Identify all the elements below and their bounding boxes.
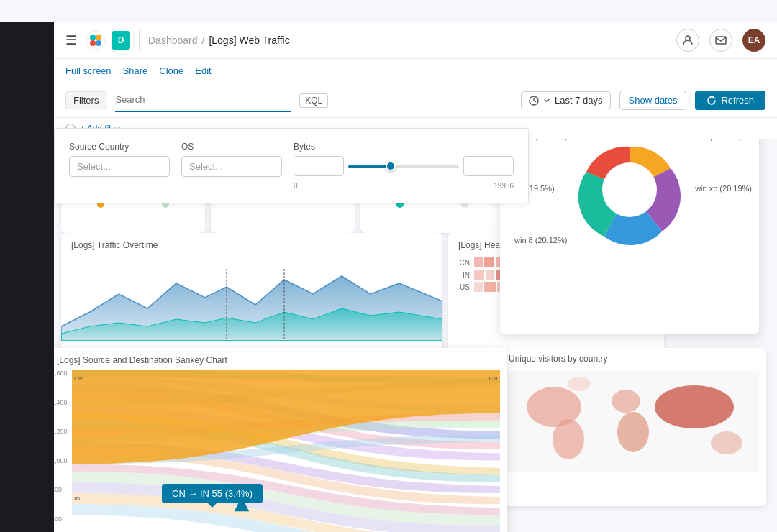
chevron-down-icon [543, 97, 550, 104]
search-input[interactable] [115, 89, 291, 112]
legend-win8: win 8 (20.12%) [514, 236, 567, 244]
range-labels: 0 19956 [294, 182, 514, 190]
bytes-range [294, 156, 514, 176]
os-label: OS [181, 142, 282, 152]
refresh-button[interactable]: Refresh [695, 91, 765, 110]
time-picker[interactable]: Last 7 days [521, 91, 611, 109]
dashboard-wrapper: ☰ D Dashboard / [Logs] Web Traffic [0, 0, 777, 532]
mail-icon [715, 35, 727, 46]
donut-area: win 7 (19.44%) ios (19.5%) win 8 (20.12%… [500, 139, 759, 269]
mail-icon-btn[interactable] [709, 29, 732, 52]
legend-winxp: win xp (20.19%) [695, 184, 752, 193]
filter-row: Source Country Select... OS Select... By… [69, 142, 514, 190]
svg-text:CN: CN [489, 375, 498, 382]
clock-icon [529, 96, 539, 106]
sankey-tooltip: CN → IN 55 (3.4%) [162, 484, 263, 503]
traffic-panel-title: [Logs] Traffic Overtime [61, 233, 442, 254]
refresh-label: Refresh [721, 95, 754, 106]
bytes-label: Bytes [294, 142, 514, 152]
topnav: ☰ D Dashboard / [Logs] Web Traffic [54, 22, 777, 59]
sankey-svg: CN IN US CN US [72, 370, 500, 532]
donut-labels-right: osx (20.74%) win xp (20.19%) [695, 139, 752, 193]
heatmap-cell [474, 257, 483, 267]
breadcrumb: Dashboard / [Logs] Web Traffic [148, 35, 676, 46]
y-label: 1,600 [54, 370, 68, 377]
heatmap-cell [484, 257, 494, 267]
svg-text:IN: IN [74, 495, 80, 502]
sankey-title: [Logs] Source and Destination Sankey Cha… [54, 348, 507, 370]
nav-divider [139, 29, 140, 51]
donut-svg [572, 139, 687, 247]
svg-rect-6 [716, 37, 726, 44]
kql-badge[interactable]: KQL [299, 93, 328, 108]
source-country-col: Source Country Select... [69, 142, 170, 177]
heatmap-label-cn: CN [455, 259, 470, 267]
svg-point-25 [617, 412, 649, 452]
heatmap-label-in: IN [455, 271, 470, 279]
svg-point-24 [612, 390, 640, 413]
y-label: 800 [54, 486, 68, 493]
show-dates-button[interactable]: Show dates [619, 91, 687, 110]
range-min-label: 0 [294, 182, 298, 190]
worldmap-svg [507, 371, 759, 472]
heatmap-label-us: US [455, 283, 470, 291]
breadcrumb-parent[interactable]: Dashboard [148, 35, 198, 46]
legend-osx: osx (20.74%) [695, 139, 752, 141]
worldmap-panel: Unique visitors by country [500, 348, 766, 506]
svg-point-23 [553, 419, 584, 459]
heatmap-cell [484, 282, 496, 292]
edit-link[interactable]: Edit [195, 65, 211, 76]
worldmap-content [500, 367, 766, 482]
sankey-y-labels: 1,600 1,400 1,200 1,000 800 600 400 200 … [54, 370, 68, 532]
source-country-label: Source Country [69, 142, 170, 152]
os-select[interactable]: Select... [181, 156, 282, 177]
app-badge[interactable]: D [112, 31, 130, 50]
clone-link[interactable]: Clone [159, 65, 183, 76]
heatmap-cell [474, 270, 484, 280]
bytes-col: Bytes 0 19956 [294, 142, 514, 190]
time-range-label: Last 7 days [555, 95, 603, 106]
sankey-panel: [Logs] Source and Destination Sankey Cha… [54, 348, 507, 532]
sankey-content: 1,600 1,400 1,200 1,000 800 600 400 200 … [54, 370, 507, 532]
fullscreen-link[interactable]: Full screen [65, 65, 112, 76]
svg-point-28 [568, 377, 591, 391]
hamburger-icon[interactable]: ☰ [65, 32, 77, 48]
source-country-select[interactable]: Select... [69, 156, 170, 177]
svg-point-0 [86, 31, 105, 50]
svg-point-26 [655, 385, 734, 428]
range-track [348, 165, 459, 168]
filters-label: Filters [65, 91, 106, 109]
traffic-panel: [Logs] Traffic Overtime [61, 233, 442, 355]
logo-icon [86, 30, 106, 50]
actionbar: Full screen Share Clone Edit [54, 59, 777, 83]
user-avatar[interactable]: EA [742, 29, 765, 52]
bytes-max-input[interactable] [463, 156, 514, 176]
y-label: 1,000 [54, 457, 68, 464]
refresh-icon [706, 96, 717, 106]
share-link[interactable]: Share [123, 65, 148, 76]
heatmap-cell [486, 270, 494, 280]
breadcrumb-sep: / [202, 35, 205, 46]
sidebar [0, 22, 54, 532]
traffic-chart-svg [61, 254, 442, 341]
user-icon-btn[interactable] [676, 29, 699, 52]
heatmap-cell [474, 282, 483, 292]
nav-right: EA [676, 29, 765, 52]
y-label: 1,200 [54, 428, 68, 435]
user-icon [682, 35, 694, 46]
range-max-label: 19956 [494, 182, 514, 190]
svg-point-2 [96, 35, 101, 40]
filter-panel: Source Country Select... OS Select... By… [54, 128, 529, 203]
worldmap-title: Unique visitors by country [500, 348, 766, 367]
breadcrumb-current: [Logs] Web Traffic [209, 35, 289, 46]
svg-point-27 [711, 431, 742, 454]
svg-point-20 [602, 162, 657, 217]
visitors-os-panel: [Logs] Visitors by OS [500, 139, 759, 334]
y-label: 600 [54, 515, 68, 523]
bytes-min-input[interactable] [294, 156, 344, 176]
filterbar: Filters KQL Last 7 days Show dates Refre… [54, 83, 777, 118]
bytes-slider[interactable] [348, 159, 459, 173]
range-thumb[interactable] [386, 161, 396, 171]
svg-point-3 [90, 40, 96, 46]
svg-point-5 [686, 36, 690, 40]
